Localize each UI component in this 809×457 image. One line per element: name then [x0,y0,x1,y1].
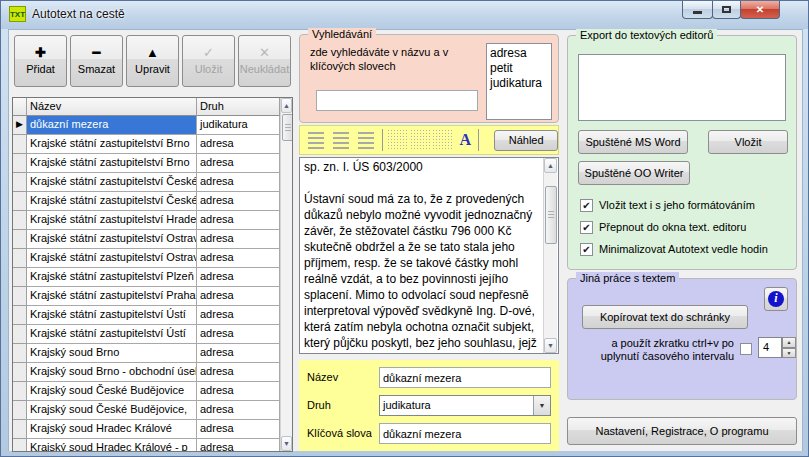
table-row[interactable]: Krajský soud České Budějoviceadresa [13,382,280,401]
keyword-item[interactable]: petit [490,61,548,76]
column-header-druh[interactable]: Druh [197,98,280,116]
info-button[interactable]: i [764,287,788,311]
toolbar-button-upravit[interactable]: ▲Upravit [126,35,179,87]
interval-checkbox[interactable] [740,343,752,355]
interval-spin-input[interactable]: 4 [758,337,782,358]
cell-druh[interactable]: adresa [197,230,280,249]
table-row[interactable]: Krajské státní zastupitelství Hradecadre… [13,211,280,230]
table-row[interactable]: Krajské státní zastupitelství Ostravaadr… [13,230,280,249]
table-row[interactable]: Krajské státní zastupitelství Prahaadres… [13,287,280,306]
cell-druh[interactable]: adresa [197,268,280,287]
table-row[interactable]: Krajské státní zastupitelství Brnoadresa [13,135,280,154]
cell-druh[interactable]: adresa [197,173,280,192]
cell-druh[interactable]: adresa [197,211,280,230]
cell-druh[interactable]: adresa [197,192,280,211]
export-listbox[interactable] [578,54,786,121]
checkbox[interactable]: ✔ [580,199,593,212]
chevron-down-icon[interactable]: ▼ [533,396,550,415]
minimize-button[interactable] [682,1,713,19]
keyword-item[interactable]: judikatura [490,76,548,91]
settings-button[interactable]: Nastavení, Registrace, O programu [567,417,797,445]
toolbar-button-smazat[interactable]: ━Smazat [70,35,123,87]
spin-up-button[interactable]: ▲ [782,337,796,348]
keyword-listbox[interactable]: adresapetitjudikatura [486,43,552,120]
align-right-icon [355,130,377,150]
cell-nazev[interactable]: důkazní mezera [27,116,197,135]
cell-druh[interactable]: adresa [197,382,280,401]
checkbox[interactable]: ✔ [580,243,593,256]
cell-nazev[interactable]: Krajské státní zastupitelství Hradec [27,211,197,230]
info-icon: i [768,291,784,307]
cell-nazev[interactable]: Krajské státní zastupitelství Ústí [27,306,197,325]
cell-druh[interactable]: adresa [197,154,280,173]
table-row[interactable]: Krajské státní zastupitelství Českéadres… [13,173,280,192]
font-icon[interactable]: A [456,131,474,149]
scroll-up-icon[interactable]: ▲ [544,158,557,173]
checkbox[interactable]: ✔ [580,221,593,234]
scroll-down-icon[interactable]: ▼ [281,436,292,451]
table-row[interactable]: Krajské státní zastupitelství Plzeňadres… [13,268,280,287]
column-header-nazev[interactable]: Název [27,98,197,116]
cell-nazev[interactable]: Krajský soud Brno - obchodní úsek [27,363,197,382]
cell-nazev[interactable]: Krajský soud Brno [27,344,197,363]
cell-nazev[interactable]: Krajský soud Hradec Králové - p [27,439,197,452]
maximize-button[interactable] [712,1,741,19]
cell-druh[interactable]: adresa [197,401,280,420]
scroll-down-icon[interactable]: ▼ [544,338,557,353]
cell-druh[interactable]: adresa [197,420,280,439]
cell-nazev[interactable]: Krajské státní zastupitelství Plzeň [27,268,197,287]
scroll-thumb[interactable] [282,114,293,141]
table-row[interactable]: ▶důkazní mezerajudikatura [13,116,280,135]
table-row[interactable]: Krajské státní zastupitelství Ostravaadr… [13,249,280,268]
table-row[interactable]: Krajský soud Hradec Královéadresa [13,420,280,439]
table-row[interactable]: Krajský soud Brno - obchodní úsekadresa [13,363,280,382]
toolbar-button-pridat[interactable]: ✚Přidat [14,35,67,87]
msword-button[interactable]: Spuštěné MS Word [578,130,688,154]
nahled-button[interactable]: Náhled [494,130,558,151]
oowriter-button[interactable]: Spuštěné OO Writer [578,161,690,185]
cell-nazev[interactable]: Krajské státní zastupitelství Ostrava [27,230,197,249]
cell-druh[interactable]: adresa [197,344,280,363]
preview-text[interactable]: sp. zn. I. ÚS 603/2000 Ústavní soud má z… [300,158,543,353]
cell-druh[interactable]: adresa [197,306,280,325]
cell-nazev[interactable]: Krajské státní zastupitelství České [27,173,197,192]
table-row[interactable]: Krajské státní zastupitelství Brnoadresa [13,154,280,173]
keyword-item[interactable]: adresa [490,46,548,61]
table-row[interactable]: Krajské státní zastupitelství Českéadres… [13,192,280,211]
cell-nazev[interactable]: Krajské státní zastupitelství Ústí [27,325,197,344]
table-scrollbar[interactable]: ▲ ▼ [280,98,292,451]
druh-combobox[interactable]: judikatura ▼ [379,395,551,416]
cell-nazev[interactable]: Krajské státní zastupitelství Ostrava [27,249,197,268]
row-marker [13,439,27,452]
search-input[interactable] [316,90,478,111]
cell-druh[interactable]: judikatura [197,116,280,135]
cell-druh[interactable]: adresa [197,249,280,268]
scroll-thumb[interactable] [545,186,557,244]
cell-nazev[interactable]: Krajský soud České Budějovice, [27,401,197,420]
table-row[interactable]: Krajské státní zastupitelství Ústíadresa [13,325,280,344]
cell-druh[interactable]: adresa [197,363,280,382]
table-row[interactable]: Krajský soud České Budějovice,adresa [13,401,280,420]
preview-scrollbar[interactable]: ▲ ▼ [543,158,557,353]
cell-nazev[interactable]: Krajské státní zastupitelství Brno [27,154,197,173]
cell-druh[interactable]: adresa [197,325,280,344]
cell-nazev[interactable]: Krajské státní zastupitelství Brno [27,135,197,154]
table-row[interactable]: Krajský soud Hradec Králové - padresa [13,439,280,452]
cell-nazev[interactable]: Krajské státní zastupitelství Praha [27,287,197,306]
cell-nazev[interactable]: Krajský soud České Budějovice [27,382,197,401]
cell-nazev[interactable]: Krajský soud Hradec Králové [27,420,197,439]
scroll-up-icon[interactable]: ▲ [281,98,292,113]
cell-druh[interactable]: adresa [197,439,280,452]
cell-druh[interactable]: adresa [197,135,280,154]
table-row[interactable]: Krajský soud Brnoadresa [13,344,280,363]
close-button[interactable]: ✕ [740,1,780,19]
vlozit-button[interactable]: Vložit [708,130,788,154]
klicova-input[interactable] [379,423,551,444]
cell-nazev[interactable]: Krajské státní zastupitelství České [27,192,197,211]
copy-clipboard-button[interactable]: Kopírovat text do schránky [582,305,748,329]
row-marker [13,230,27,249]
nazev-input[interactable] [379,367,551,388]
spin-down-button[interactable]: ▼ [782,348,796,359]
cell-druh[interactable]: adresa [197,287,280,306]
table-row[interactable]: Krajské státní zastupitelství Ústíadresa [13,306,280,325]
